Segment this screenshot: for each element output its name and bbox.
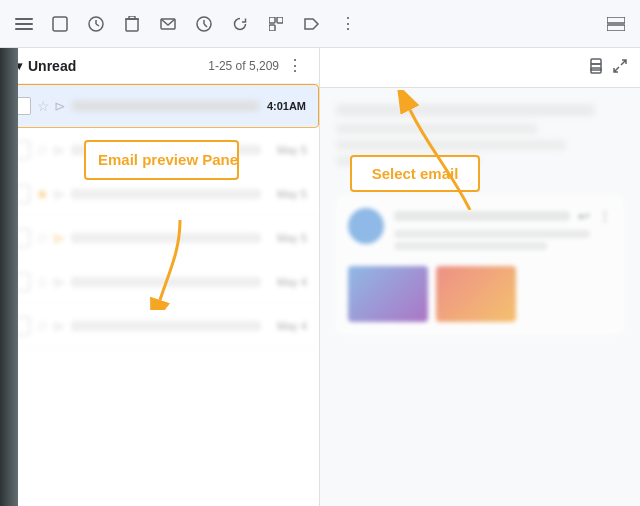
refresh-icon[interactable] xyxy=(224,8,256,40)
left-sidebar-strip xyxy=(0,48,18,506)
checkbox-icon[interactable] xyxy=(44,8,76,40)
svg-rect-17 xyxy=(607,17,625,23)
snooze-icon[interactable] xyxy=(80,8,112,40)
email-sender xyxy=(71,277,261,287)
main-container: ▾ Unread 1-25 of 5,209 ⋮ ☆ ⊳ 4:01AM ☆ xyxy=(0,48,640,506)
svg-rect-18 xyxy=(607,25,625,31)
email-row[interactable]: ☆ ⊳ May 4 xyxy=(0,304,319,348)
svg-rect-14 xyxy=(269,17,275,23)
email-sender xyxy=(71,233,261,243)
unread-label: Unread xyxy=(28,58,76,74)
svg-line-13 xyxy=(204,24,207,27)
svg-rect-15 xyxy=(277,17,283,23)
star-icon[interactable]: ☆ xyxy=(36,318,49,334)
toolbar: ⋮ xyxy=(0,0,640,48)
preview-header xyxy=(320,48,640,88)
star-icon[interactable]: ☆ xyxy=(36,274,49,290)
star-icon[interactable]: ☆ xyxy=(37,98,50,114)
email-preview-pane-annotation: Email preview Pane xyxy=(84,140,239,180)
email-time: May 5 xyxy=(277,232,307,244)
email-row[interactable]: ☆ ⊳ May 5 xyxy=(0,216,319,260)
important-icon[interactable]: ⊳ xyxy=(53,318,65,334)
email-row[interactable]: ☆ ⊳ 4:01AM xyxy=(0,84,319,128)
select-email-annotation: Select email xyxy=(350,155,480,192)
email-time: May 5 xyxy=(277,144,307,156)
svg-rect-2 xyxy=(15,28,33,30)
email-time: May 4 xyxy=(277,320,307,332)
svg-line-6 xyxy=(96,24,99,26)
tag-icon[interactable] xyxy=(296,8,328,40)
important-icon[interactable]: ⊳ xyxy=(53,274,65,290)
svg-rect-9 xyxy=(129,16,135,19)
email-time: 4:01AM xyxy=(267,100,306,112)
open-fullscreen-icon[interactable] xyxy=(612,58,628,78)
email-time: May 5 xyxy=(277,188,307,200)
schedule-icon[interactable] xyxy=(188,8,220,40)
star-icon[interactable]: ☆ xyxy=(36,230,49,246)
svg-rect-0 xyxy=(15,18,33,20)
email-sender xyxy=(72,101,259,111)
email-time: May 4 xyxy=(277,276,307,288)
important-icon[interactable]: ⊳ xyxy=(53,230,65,246)
grid-icon[interactable] xyxy=(260,8,292,40)
unread-section-header: ▾ Unread 1-25 of 5,209 ⋮ xyxy=(0,48,319,84)
svg-rect-7 xyxy=(126,19,138,31)
email-list-panel: ▾ Unread 1-25 of 5,209 ⋮ ☆ ⊳ 4:01AM ☆ xyxy=(0,48,320,506)
layout-toggle-icon[interactable] xyxy=(600,8,632,40)
important-icon[interactable]: ⊳ xyxy=(54,98,66,114)
important-icon[interactable]: ⊳ xyxy=(53,142,65,158)
svg-rect-16 xyxy=(269,25,275,31)
star-icon[interactable]: ☆ xyxy=(36,142,49,158)
more-icon[interactable]: ⋮ xyxy=(332,8,364,40)
svg-rect-1 xyxy=(15,23,33,25)
important-icon[interactable]: ⊳ xyxy=(53,186,65,202)
email-sender xyxy=(71,189,261,199)
delete-icon[interactable] xyxy=(116,8,148,40)
menu-icon[interactable] xyxy=(8,8,40,40)
print-icon[interactable] xyxy=(588,58,604,78)
toolbar-right xyxy=(600,8,632,40)
star-icon[interactable]: ★ xyxy=(36,186,49,202)
email-sender xyxy=(71,321,261,331)
thread-preview: ↩ ⋮ xyxy=(336,196,624,334)
email-row[interactable]: ☆ ⊳ May 4 xyxy=(0,260,319,304)
mail-icon[interactable] xyxy=(152,8,184,40)
unread-label-group: ▾ Unread xyxy=(16,58,76,74)
preview-pane: ↩ ⋮ xyxy=(320,48,640,506)
unread-more-icon[interactable]: ⋮ xyxy=(287,56,303,75)
unread-count: 1-25 of 5,209 xyxy=(208,59,279,73)
svg-rect-3 xyxy=(53,17,67,31)
